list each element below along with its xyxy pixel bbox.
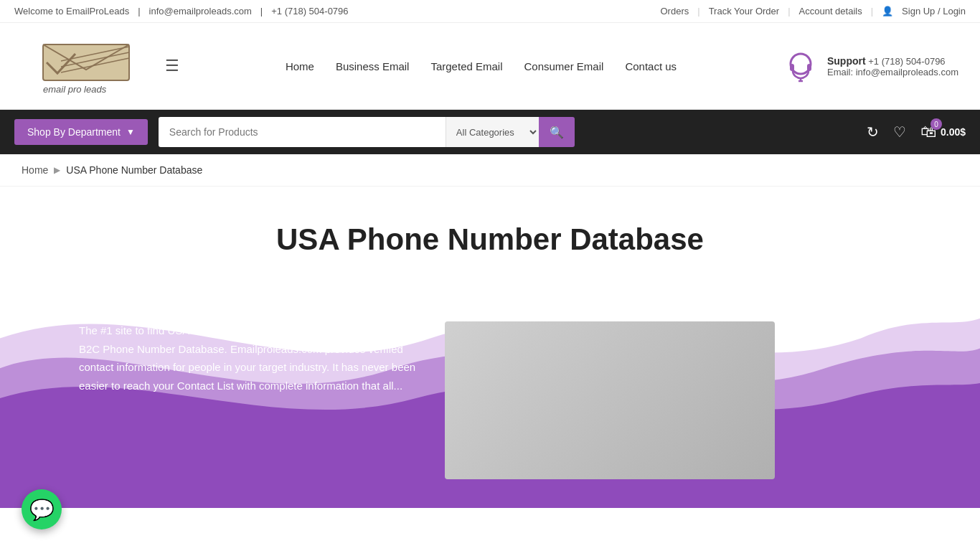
svg-rect-7 xyxy=(807,64,811,71)
contact-phone: +1 (718) 504-0796 xyxy=(271,6,348,17)
category-select[interactable]: All Categories xyxy=(446,117,539,147)
wishlist-button[interactable]: ♡ xyxy=(893,123,906,141)
signup-login-link[interactable]: Sign Up / Login xyxy=(902,6,966,17)
wave-image-placeholder xyxy=(445,321,775,479)
shop-bar-icons: ↻ ♡ 🛍 0 0.00$ xyxy=(867,123,966,141)
breadcrumb-current: USA Phone Number Database xyxy=(66,164,202,176)
person-icon: 👤 xyxy=(882,6,893,17)
support-block: Support +1 (718) 504-0796 Email: info@em… xyxy=(783,48,958,84)
top-bar-left: Welcome to EmailProLeads | info@emailpro… xyxy=(14,6,349,17)
track-order-link[interactable]: Track Your Order xyxy=(709,6,780,17)
support-label: Support xyxy=(827,55,866,67)
nav-consumer-email[interactable]: Consumer Email xyxy=(524,60,604,72)
header-left: email pro leads ☰ xyxy=(22,34,179,98)
breadcrumb: Home ▶ USA Phone Number Database xyxy=(0,154,980,187)
search-button[interactable]: 🔍 xyxy=(539,117,575,147)
nav-home[interactable]: Home xyxy=(286,60,314,72)
shop-by-department[interactable]: Shop By Department ▼ xyxy=(14,119,148,145)
svg-text:email pro leads: email pro leads xyxy=(43,84,107,95)
account-details-link[interactable]: Account details xyxy=(799,6,862,17)
cart-total: 0.00$ xyxy=(941,126,966,138)
cart-badge: 0 xyxy=(930,118,942,130)
wave-description: The #1 site to find USA Phone Number Dat… xyxy=(79,321,423,395)
nav-business-email[interactable]: Business Email xyxy=(336,60,410,72)
page-title: USA Phone Number Database xyxy=(14,222,966,257)
nav-targeted-email[interactable]: Targeted Email xyxy=(430,60,502,72)
logo[interactable]: email pro leads xyxy=(22,34,151,98)
main-nav: Home Business Email Targeted Email Consu… xyxy=(179,60,783,72)
shop-bar: Shop By Department ▼ All Categories 🔍 ↻ … xyxy=(0,110,980,154)
cart-icon-wrap: 🛍 0 xyxy=(920,123,936,141)
svg-point-5 xyxy=(791,54,811,74)
breadcrumb-home[interactable]: Home xyxy=(22,164,48,176)
cart-button[interactable]: 🛍 0 0.00$ xyxy=(920,123,966,141)
top-bar: Welcome to EmailProLeads | info@emailpro… xyxy=(0,0,980,23)
wave-section: The #1 site to find USA Phone Number Dat… xyxy=(0,278,980,508)
support-email: info@emailproleads.com xyxy=(856,67,958,77)
contact-email: info@emailproleads.com xyxy=(149,6,252,17)
chevron-down-icon: ▼ xyxy=(126,127,135,137)
wave-image xyxy=(445,321,775,479)
refresh-button[interactable]: ↻ xyxy=(867,123,879,141)
breadcrumb-chevron-icon: ▶ xyxy=(54,165,60,175)
welcome-text: Welcome to EmailProLeads xyxy=(14,6,129,17)
search-icon: 🔍 xyxy=(550,126,564,138)
shop-by-dept-label: Shop By Department xyxy=(27,126,121,138)
support-email-prefix: Email: xyxy=(827,67,853,77)
header: email pro leads ☰ Home Business Email Ta… xyxy=(0,23,980,110)
nav-contact-us[interactable]: Contact us xyxy=(625,60,677,72)
heart-icon: ♡ xyxy=(893,123,906,141)
svg-rect-6 xyxy=(790,64,794,71)
wave-content: The #1 site to find USA Phone Number Dat… xyxy=(0,278,980,508)
support-phone: +1 (718) 504-0796 xyxy=(868,56,945,67)
top-bar-right: Orders | Track Your Order | Account deta… xyxy=(661,6,966,17)
search-input[interactable] xyxy=(159,117,446,147)
search-container: All Categories 🔍 xyxy=(159,117,575,147)
hamburger-menu[interactable]: ☰ xyxy=(165,57,179,75)
refresh-icon: ↻ xyxy=(867,123,879,141)
logo-image: email pro leads xyxy=(22,34,151,98)
orders-link[interactable]: Orders xyxy=(661,6,689,17)
support-text: Support +1 (718) 504-0796 Email: info@em… xyxy=(827,55,958,77)
page-title-section: USA Phone Number Database xyxy=(0,187,980,278)
headset-icon xyxy=(783,48,819,84)
whatsapp-icon: 💬 xyxy=(29,498,55,509)
